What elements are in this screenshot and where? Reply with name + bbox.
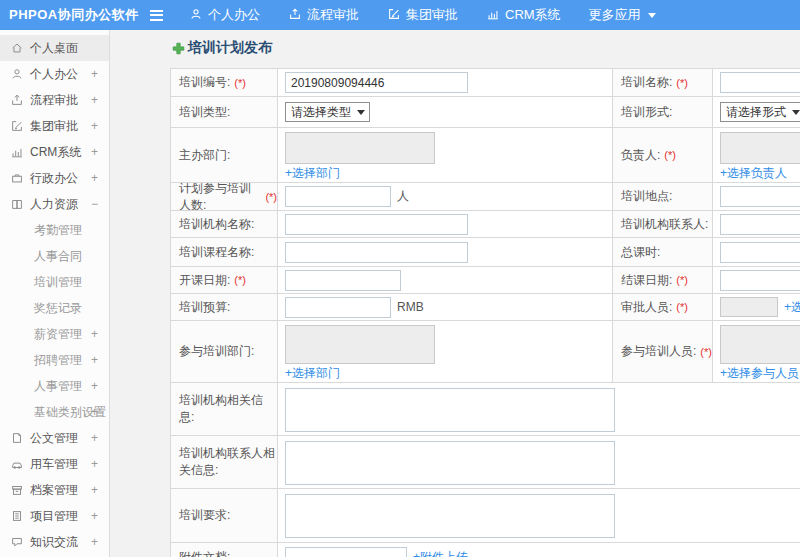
sidebar-subitem-attendance-mgmt[interactable]: 考勤管理 xyxy=(0,217,109,243)
expand-plus-icon[interactable]: + xyxy=(91,327,98,341)
expand-plus-icon[interactable]: + xyxy=(91,379,98,393)
required-mark: (*) xyxy=(676,301,688,313)
start-date-input[interactable] xyxy=(285,270,401,291)
unit-person: 人 xyxy=(397,188,409,205)
sidebar-item-crm-system[interactable]: CRM系统 + xyxy=(0,139,109,165)
org-contact-input[interactable] xyxy=(720,214,800,235)
green-plus-icon xyxy=(172,42,185,55)
label-training-place: 培训地点: xyxy=(613,183,713,211)
chart-icon xyxy=(486,7,500,24)
select-leader-link[interactable]: +选择负责人 xyxy=(720,165,787,182)
user-icon xyxy=(189,7,203,24)
label-training-mode: 培训形式: xyxy=(613,97,713,128)
join-department-textarea[interactable] xyxy=(285,325,435,364)
sidebar-item-human-resources[interactable]: 人力资源 − xyxy=(0,191,109,217)
top-menu-personal-office[interactable]: 个人办公 xyxy=(189,6,260,24)
top-menu-crm-system[interactable]: CRM系统 xyxy=(486,6,561,24)
join-people-textarea[interactable] xyxy=(720,325,800,364)
auditor-box[interactable] xyxy=(720,297,778,317)
label-org-name: 培训机构名称: xyxy=(171,211,278,238)
required-mark: (*) xyxy=(265,191,277,203)
required-mark: (*) xyxy=(676,77,688,89)
expand-plus-icon[interactable]: + xyxy=(91,405,98,419)
select-auditor-link[interactable]: +选择审批人员 xyxy=(784,299,800,316)
label-training-number: 培训编号:(*) xyxy=(171,69,278,97)
expand-plus-icon[interactable]: + xyxy=(91,457,98,471)
hamburger-menu-icon[interactable] xyxy=(150,10,163,21)
sidebar-item-vehicle-mgmt[interactable]: 用车管理 + xyxy=(0,451,109,477)
end-date-input[interactable] xyxy=(720,270,800,291)
training-mode-select[interactable]: 请选择形式 xyxy=(720,102,800,122)
expand-plus-icon[interactable]: + xyxy=(91,93,98,107)
expand-plus-icon[interactable]: + xyxy=(91,171,98,185)
label-budget: 培训预算: xyxy=(171,294,278,321)
sidebar-nav: 个人桌面 个人办公 + 流程审批 + 集团审批 + CRM系统 + 行政办公 +… xyxy=(0,30,110,557)
sidebar-subitem-personnel-mgmt[interactable]: 人事管理+ xyxy=(0,373,109,399)
expand-plus-icon[interactable]: + xyxy=(91,509,98,523)
chat-icon xyxy=(10,535,24,549)
expand-plus-icon[interactable]: + xyxy=(91,483,98,497)
top-menu-group-approval[interactable]: 集团审批 xyxy=(387,6,458,24)
label-training-type: 培训类型: xyxy=(171,97,278,128)
label-training-name: 培训名称:(*) xyxy=(613,69,713,97)
total-hours-input[interactable] xyxy=(720,242,800,263)
label-attachment: 附件文档: xyxy=(171,543,278,557)
training-place-input[interactable] xyxy=(720,186,800,207)
training-number-input[interactable] xyxy=(285,72,468,93)
course-name-input[interactable] xyxy=(285,242,468,263)
top-menu-more-apps[interactable]: 更多应用 xyxy=(589,6,656,24)
select-join-department-link[interactable]: +选择部门 xyxy=(285,365,340,382)
expand-plus-icon[interactable]: + xyxy=(91,119,98,133)
label-course-name: 培训课程名称: xyxy=(171,238,278,267)
sidebar-item-admin-office[interactable]: 行政办公 + xyxy=(0,165,109,191)
sidebar-item-project-mgmt[interactable]: 项目管理 + xyxy=(0,503,109,529)
car-icon xyxy=(10,457,24,471)
sidebar-item-workflow-approval[interactable]: 流程审批 + xyxy=(0,87,109,113)
sidebar-item-personal-desktop[interactable]: 个人桌面 xyxy=(0,35,109,61)
select-join-people-link[interactable]: +选择参与人员 xyxy=(720,365,799,382)
training-type-select[interactable]: 请选择类型 xyxy=(285,102,370,122)
project-icon xyxy=(10,509,24,523)
leader-textarea[interactable] xyxy=(720,132,800,164)
participant-count-input[interactable] xyxy=(285,186,391,207)
sidebar-subitem-recruit-mgmt[interactable]: 招聘管理+ xyxy=(0,347,109,373)
sidebar-item-group-approval[interactable]: 集团审批 + xyxy=(0,113,109,139)
caret-down-icon xyxy=(648,13,656,18)
select-department-link[interactable]: +选择部门 xyxy=(285,165,340,182)
select-caret-icon xyxy=(792,110,800,115)
budget-input[interactable] xyxy=(285,297,391,318)
sidebar-subitem-basic-category-settings[interactable]: 基础类别设置+ xyxy=(0,399,109,425)
attachment-input[interactable] xyxy=(285,547,407,557)
home-icon xyxy=(10,41,24,55)
training-name-input[interactable] xyxy=(720,72,800,93)
edit-icon xyxy=(387,7,401,24)
collapse-minus-icon[interactable]: − xyxy=(91,197,98,211)
sidebar-item-archive-mgmt[interactable]: 档案管理 + xyxy=(0,477,109,503)
label-host-department: 主办部门: xyxy=(171,128,278,183)
edit-icon xyxy=(10,119,24,133)
label-planned-participant-count: 计划参与培训人数:(*) xyxy=(171,183,278,211)
expand-plus-icon[interactable]: + xyxy=(91,535,98,549)
book-icon xyxy=(10,197,24,211)
org-contact-info-textarea[interactable] xyxy=(285,441,615,485)
expand-plus-icon[interactable]: + xyxy=(91,145,98,159)
host-department-textarea[interactable] xyxy=(285,132,435,164)
app-logo: PHPOA协同办公软件 xyxy=(0,6,150,24)
sidebar-subitem-training-mgmt[interactable]: 培训管理 xyxy=(0,269,109,295)
label-org-contact: 培训机构联系人: xyxy=(613,211,713,238)
sidebar-subitem-salary-mgmt[interactable]: 薪资管理+ xyxy=(0,321,109,347)
sidebar-item-document-mgmt[interactable]: 公文管理 + xyxy=(0,425,109,451)
expand-plus-icon[interactable]: + xyxy=(91,353,98,367)
sidebar-subitem-hr-contract[interactable]: 人事合同 xyxy=(0,243,109,269)
org-name-input[interactable] xyxy=(285,214,468,235)
sidebar-item-knowledge-exchange[interactable]: 知识交流 + xyxy=(0,529,109,555)
expand-plus-icon[interactable]: + xyxy=(91,431,98,445)
attachment-upload-link[interactable]: +附件上传 xyxy=(413,549,468,557)
org-info-textarea[interactable] xyxy=(285,388,615,432)
top-menu-workflow-approval[interactable]: 流程审批 xyxy=(288,6,359,24)
sidebar-item-personal-office[interactable]: 个人办公 + xyxy=(0,61,109,87)
sidebar-subitem-reward-record[interactable]: 奖惩记录 xyxy=(0,295,109,321)
label-leader: 负责人:(*) xyxy=(613,128,713,183)
training-requirement-textarea[interactable] xyxy=(285,494,615,538)
expand-plus-icon[interactable]: + xyxy=(91,67,98,81)
